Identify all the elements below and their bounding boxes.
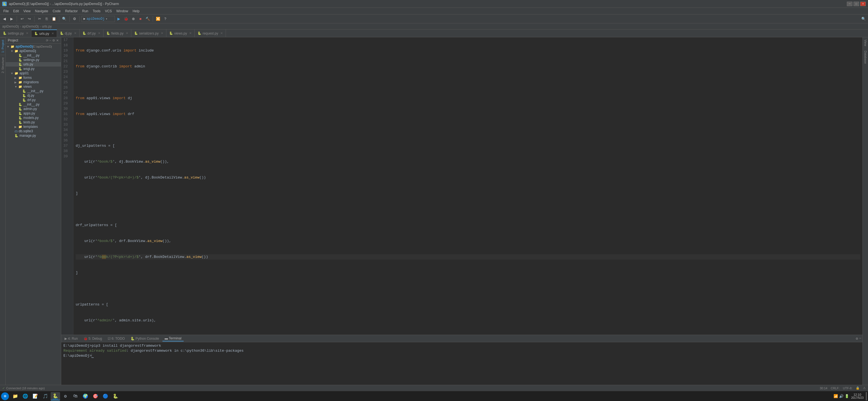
tab-serializers-py[interactable]: 🐍 serializers.py ✕	[131, 30, 166, 37]
tab-request-py[interactable]: 🐍 request.py ✕	[195, 30, 226, 37]
code-content[interactable]: from django.conf.urls import include fro…	[73, 37, 862, 335]
tab-urls-py-close[interactable]: ✕	[52, 32, 54, 35]
terminal-content[interactable]: E:\apiDemoDj>pip3 install djangorestfram…	[61, 342, 862, 385]
redo-button[interactable]: ↪	[26, 16, 33, 22]
tree-app01-folder[interactable]: ▼ 📁 app01	[6, 71, 61, 76]
file-tree-sync-icon[interactable]: ⟳	[46, 39, 49, 42]
undo-button[interactable]: ↩	[19, 16, 25, 22]
menu-vcs[interactable]: VCS	[103, 9, 114, 13]
terminal-hide-icon[interactable]: −	[859, 336, 861, 341]
cut-button[interactable]: ✂	[36, 16, 43, 22]
tree-apidiemodj-folder[interactable]: ▼ 📁 apiDemoDj	[6, 49, 61, 53]
tab-drf-py[interactable]: 🐍 drf.py ✕	[80, 30, 103, 37]
menu-edit[interactable]: Edit	[11, 9, 21, 13]
toolbar-search-button[interactable]: 🔍	[860, 16, 867, 22]
tab-views-py-close[interactable]: ✕	[189, 31, 192, 35]
tab-fields-py[interactable]: 🐍 fields.py ✕	[103, 30, 131, 37]
stop-button[interactable]: ■	[137, 16, 144, 22]
run-button[interactable]: ▶	[116, 16, 122, 22]
tree-views-folder[interactable]: ▼ 📁 views	[6, 84, 61, 89]
taskbar-app-media[interactable]: 🎵	[41, 392, 50, 400]
breadcrumb-file[interactable]: urls.py	[42, 25, 52, 28]
tab-urls-py[interactable]: 🐍 urls.py ✕	[31, 30, 57, 37]
tab-settings-py-close[interactable]: ✕	[26, 31, 28, 35]
menu-tools[interactable]: Tools	[90, 9, 103, 13]
help-button[interactable]: ?	[162, 16, 168, 22]
tree-init-py-1[interactable]: 🐍 __init__.py	[6, 53, 61, 58]
taskbar-app-explorer[interactable]: 📁	[10, 392, 20, 400]
build-button[interactable]: 🔨	[145, 16, 151, 22]
taskbar-app-notepad[interactable]: 📝	[31, 392, 40, 400]
terminal-settings-icon[interactable]: ⚙	[856, 336, 858, 341]
tree-wsgi-py[interactable]: 🐍 wsgi.py	[6, 66, 61, 71]
tab-dj-py-close[interactable]: ✕	[74, 31, 76, 35]
menu-window[interactable]: Window	[114, 9, 130, 13]
tree-dj-py[interactable]: 🐍 dj.py	[6, 93, 61, 98]
taskbar-show-desktop[interactable]	[866, 392, 867, 400]
tree-tests-py[interactable]: 🐍 tests.py	[6, 120, 61, 124]
breadcrumb-folder[interactable]: apiDemoDj	[22, 25, 38, 28]
tree-drf-py[interactable]: 🐍 drf.py	[6, 98, 61, 102]
paste-button[interactable]: 📋	[51, 16, 57, 22]
back-button[interactable]: ◀	[1, 16, 8, 22]
menu-run[interactable]: Run	[80, 9, 90, 13]
find-button[interactable]: 🔍	[61, 16, 68, 22]
taskbar-app-browser[interactable]: 🌍	[81, 392, 90, 400]
tree-templates-folder[interactable]: ▶ 📁 templates	[6, 124, 61, 129]
menu-help[interactable]: Help	[130, 9, 142, 13]
tree-manage-py[interactable]: 🐍 manage.py	[6, 134, 61, 138]
sys-icon-battery[interactable]: 🔋	[845, 394, 849, 398]
file-tree-close-icon[interactable]: ✕	[56, 39, 59, 42]
tree-models-py[interactable]: 🐍 models.py	[6, 116, 61, 120]
tab-serializers-py-close[interactable]: ✕	[161, 31, 163, 35]
settings-button[interactable]: ⚙	[71, 16, 78, 22]
start-button[interactable]: ⊞	[1, 392, 9, 400]
term-tab-terminal[interactable]: ▬ Terminal	[162, 336, 184, 341]
taskbar-app-circle[interactable]: 🔵	[101, 392, 110, 400]
taskbar-app-python[interactable]: 🐍	[111, 392, 120, 400]
tab-request-py-close[interactable]: ✕	[220, 31, 223, 35]
taskbar-app-ie[interactable]: 🌐	[21, 392, 30, 400]
menu-code[interactable]: Code	[50, 9, 63, 13]
taskbar-app-target[interactable]: 🎯	[91, 392, 100, 400]
term-tab-python[interactable]: 🐍 Python Console	[128, 336, 161, 341]
tree-root[interactable]: ▼ 📁 apiDemoDj E:\apiDemoDj	[6, 44, 61, 49]
tree-forms-folder[interactable]: ▶ 📁 forms	[6, 76, 61, 80]
tree-db-sqlite3[interactable]: 🗃 db.sqlite3	[6, 129, 61, 134]
close-button[interactable]: ✕	[860, 2, 866, 6]
sys-icon-sound[interactable]: 🔊	[839, 394, 843, 398]
debug-button[interactable]: 🐞	[123, 16, 129, 22]
tab-dj-py[interactable]: 🐍 dj.py ✕	[57, 30, 80, 37]
taskbar-app-pycharm[interactable]: 🐍	[51, 392, 60, 400]
tab-fields-py-close[interactable]: ✕	[126, 31, 128, 35]
right-tab-view[interactable]: View	[863, 37, 868, 49]
tree-apps-py[interactable]: 🐍 apps.py	[6, 111, 61, 116]
side-tab-project[interactable]: 1: Project	[0, 37, 5, 55]
term-tab-debug[interactable]: 🐞 5: Debug	[81, 336, 104, 341]
tab-views-py[interactable]: 🐍 views.py ✕	[166, 30, 195, 37]
tree-settings-py[interactable]: 🐍 settings.py	[6, 58, 61, 62]
run-config-dropdown[interactable]: ▶ apiDemoDj ▾	[82, 16, 115, 22]
run-with-coverage-button[interactable]: ⊕	[130, 16, 136, 22]
file-tree-content[interactable]: ▼ 📁 apiDemoDj E:\apiDemoDj ▼ 📁 apiDemoDj…	[6, 44, 61, 385]
menu-refactor[interactable]: Refactor	[63, 9, 80, 13]
vcs-button[interactable]: 🔀	[155, 16, 161, 22]
menu-navigate[interactable]: Navigate	[33, 9, 50, 13]
tree-init-app01[interactable]: 🐍 __init__.py	[6, 102, 61, 107]
sys-icon-network[interactable]: 📶	[834, 394, 838, 398]
copy-button[interactable]: ⎘	[43, 16, 50, 22]
breadcrumb-root[interactable]: apiDemoDj	[2, 25, 19, 28]
forward-button[interactable]: ▶	[8, 16, 15, 22]
file-tree-collapse-icon[interactable]: −	[50, 39, 51, 42]
tree-urls-py[interactable]: 🐍 urls.py	[6, 62, 61, 66]
menu-file[interactable]: File	[1, 9, 11, 13]
right-tab-database[interactable]: Database	[863, 49, 868, 66]
file-tree-settings-icon[interactable]: ⚙	[52, 39, 55, 42]
taskbar-time[interactable]: 12:10 2017/5/23	[851, 393, 864, 399]
term-tab-run[interactable]: ▶ 4: Run	[62, 336, 80, 341]
side-tab-structure[interactable]: 2: Structure	[0, 55, 5, 76]
term-tab-todo[interactable]: ☑ 6: TODO	[105, 336, 127, 341]
tab-settings-py[interactable]: 🐍 settings.py ✕	[0, 30, 31, 37]
minimize-button[interactable]: ─	[847, 2, 852, 6]
maximize-button[interactable]: □	[854, 2, 859, 6]
